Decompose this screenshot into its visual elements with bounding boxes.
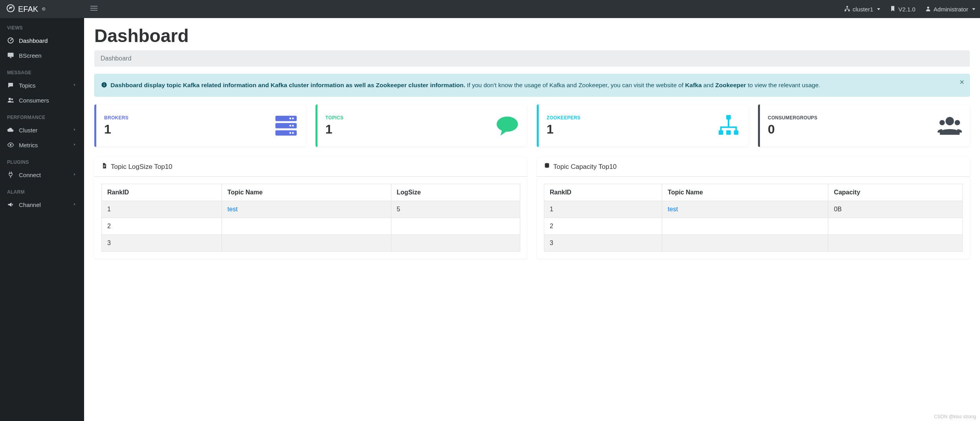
brand-copyright: © (42, 7, 45, 11)
alert-kafka-link[interactable]: Kafka (685, 82, 702, 88)
sidebar-item-label: Consumers (19, 97, 77, 104)
sidebar-section-title: ALARM (0, 182, 84, 197)
card-topics[interactable]: TOPICS 1 (316, 104, 527, 147)
brand[interactable]: EFAK © (0, 4, 84, 15)
version-indicator[interactable]: V2.1.0 (885, 5, 920, 13)
sidebar-section-title: PERFORMANCE (0, 108, 84, 123)
cell-rankid: 3 (102, 235, 222, 252)
cell-rankid: 1 (102, 201, 222, 218)
comment-icon (495, 113, 519, 138)
cell-topicname (222, 235, 391, 252)
svg-point-25 (289, 132, 291, 134)
svg-point-11 (9, 98, 11, 100)
svg-rect-1 (90, 6, 97, 7)
card-label: TOPICS (325, 115, 343, 121)
sidebar-item-label: Dashboard (19, 37, 77, 44)
stat-cards-row: BROKERS 1 TOPICS 1 ZOOKEEPERS 1 (94, 104, 970, 147)
alert-close-button[interactable] (959, 79, 965, 86)
svg-point-22 (292, 125, 294, 127)
comment-icon (7, 82, 14, 89)
chevron-right-icon (72, 127, 77, 133)
alert-lead: Dashboard display topic Kafka related in… (110, 82, 465, 88)
svg-rect-36 (103, 167, 105, 167)
panel-title: Topic Capacity Top10 (553, 163, 617, 171)
brand-icon (6, 4, 15, 15)
card-value: 1 (547, 122, 580, 137)
monitor-icon (7, 52, 14, 59)
sidebar-item-topics[interactable]: Topics (0, 78, 84, 93)
sidebar-item-label: Topics (19, 82, 68, 89)
alert-and: and (703, 82, 715, 88)
cell-value: 0B (828, 201, 963, 218)
caret-down-icon (877, 8, 880, 10)
svg-point-24 (292, 132, 294, 134)
sidebar-item-bscreen[interactable]: BScreen (0, 48, 84, 63)
svg-point-7 (927, 6, 929, 8)
sidebar-item-dashboard[interactable]: Dashboard (0, 33, 84, 48)
svg-point-9 (10, 40, 11, 41)
cloud-icon (7, 126, 14, 134)
svg-rect-5 (844, 10, 846, 11)
sidebar-item-label: Connect (19, 172, 68, 178)
svg-rect-2 (90, 8, 97, 9)
server-icon (274, 113, 298, 138)
breadcrumb: Dashboard (94, 50, 970, 67)
card-label: ZOOKEEPERS (547, 115, 580, 121)
svg-point-32 (940, 120, 945, 125)
sidebar-item-cluster[interactable]: Cluster (0, 123, 84, 137)
table-row: 2 (544, 218, 963, 235)
info-icon (101, 82, 110, 88)
sidebar: VIEWSDashboardBScreenMESSAGETopicsConsum… (0, 18, 84, 421)
cell-rankid: 3 (544, 235, 662, 252)
cell-topicname: test (662, 201, 828, 218)
version-label: V2.1.0 (898, 6, 915, 13)
col-topicname: Topic Name (662, 184, 828, 201)
svg-point-31 (945, 117, 954, 125)
info-alert: Dashboard display topic Kafka related in… (94, 74, 970, 97)
user-icon (925, 5, 931, 13)
sidebar-toggle[interactable] (84, 5, 104, 14)
user-menu[interactable]: Administrator (920, 5, 980, 13)
chevron-right-icon (72, 201, 77, 208)
card-value: 1 (325, 122, 343, 137)
sidebar-item-metrics[interactable]: Metrics (0, 137, 84, 152)
svg-rect-35 (103, 166, 105, 167)
breadcrumb-item[interactable]: Dashboard (101, 55, 131, 62)
svg-rect-15 (104, 84, 104, 86)
svg-point-26 (497, 117, 518, 132)
sidebar-section-title: MESSAGE (0, 63, 84, 78)
user-label: Administrator (934, 6, 968, 13)
dashboard-icon (7, 37, 14, 44)
svg-rect-3 (90, 10, 97, 11)
col-topicname: Topic Name (222, 184, 391, 201)
panel-logsize: Topic LogSize Top10 RankID Topic Name Lo… (94, 157, 527, 259)
card-brokers[interactable]: BROKERS 1 (94, 104, 306, 147)
eye-icon (7, 141, 14, 148)
panel-title: Topic LogSize Top10 (111, 163, 173, 171)
cluster-label: cluster1 (853, 6, 874, 13)
panel-capacity: Topic Capacity Top10 RankID Topic Name C… (537, 157, 970, 259)
users-icon (938, 113, 962, 138)
svg-point-23 (289, 125, 291, 127)
cell-rankid: 1 (544, 201, 662, 218)
watermark: CSDN @kiss strong (934, 414, 976, 419)
table-row: 1test0B (544, 201, 963, 218)
sidebar-item-channel[interactable]: Channel (0, 197, 84, 212)
alert-zookeeper-link[interactable]: Zookeeper (715, 82, 746, 88)
svg-rect-16 (104, 83, 104, 84)
logsize-table: RankID Topic Name LogSize 1test523 (101, 184, 520, 252)
topic-link[interactable]: test (228, 206, 238, 212)
card-value: 0 (768, 122, 817, 137)
sidebar-item-connect[interactable]: Connect (0, 167, 84, 182)
sitemap-icon (844, 5, 850, 13)
sidebar-section-title: PLUGINS (0, 152, 84, 167)
topic-link[interactable]: test (668, 206, 678, 212)
cell-rankid: 2 (102, 218, 222, 235)
database-icon (544, 163, 550, 171)
sidebar-item-consumers[interactable]: Consumers (0, 93, 84, 108)
card-label: CONSUMERGROUPS (768, 115, 817, 121)
card-consumergroups[interactable]: CONSUMERGROUPS 0 (758, 104, 970, 147)
bookmark-icon (890, 5, 896, 13)
card-zookeepers[interactable]: ZOOKEEPERS 1 (537, 104, 749, 147)
cluster-switcher[interactable]: cluster1 (839, 5, 885, 13)
